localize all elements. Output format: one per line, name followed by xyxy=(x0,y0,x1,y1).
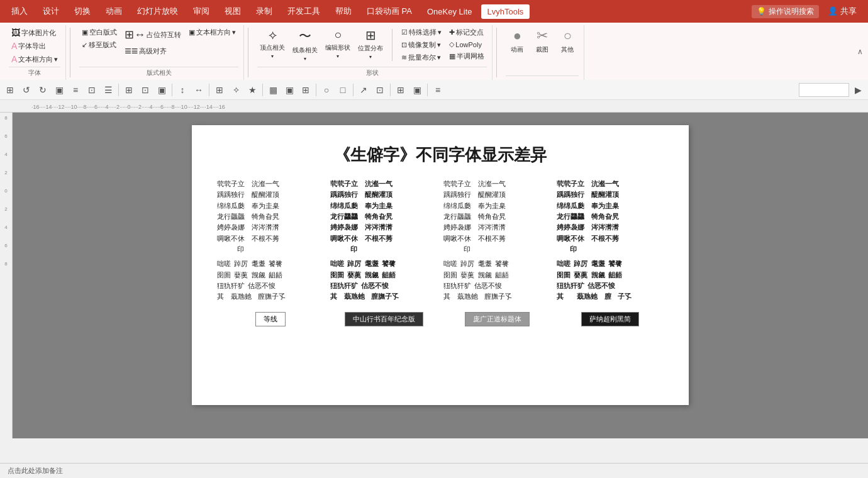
font-col-guangzheng: 茕茕子立 沆瀣一气 踽踽独行 醍醐灌顶 绵绵瓜瓞 奉为圭臬 龙行龘龘 犄角旮旯 … xyxy=(443,179,550,302)
menu-item-onekey[interactable]: OneKey Lite xyxy=(421,4,479,19)
layout-group-label: 版式相关 xyxy=(79,67,238,79)
shape-group-label: 形状 xyxy=(257,67,487,79)
batch-bool-icon: ≋ xyxy=(401,53,407,62)
ribbon-btn-font-image[interactable]: 🖼 字体图片化 xyxy=(9,26,60,39)
ribbon-btn-special-select[interactable]: ☑ 特殊选择 ▾ xyxy=(399,26,444,38)
text-box-dir-icon: ▣ xyxy=(189,28,195,36)
ribbon-group-extra: ● 动画 ✂ 裁图 ○ 其他 xyxy=(501,25,584,80)
ribbon-btn-mirror-copy[interactable]: ⊡ 镜像复制 ▾ xyxy=(399,39,444,51)
menu-item-design[interactable]: 设计 xyxy=(36,3,65,19)
toolbar-btn-12[interactable]: ↔ xyxy=(191,82,206,97)
edit-shape-icon: ○ xyxy=(334,28,342,42)
toolbar-btn-group1[interactable]: ⊞ xyxy=(212,82,227,97)
special-select-icon: ☑ xyxy=(401,28,408,36)
ribbon-btn-edit-shape[interactable]: ○ 编辑形状 ▾ xyxy=(323,26,353,64)
font-label-guangzheng: 庞广正道标题体 xyxy=(443,312,550,326)
ribbon-btn-mark-intersect[interactable]: ✚ 标记交点 xyxy=(447,26,487,38)
menu-item-view[interactable]: 视图 xyxy=(218,3,247,19)
toolbar-btn-24[interactable]: ≡ xyxy=(430,82,445,97)
toolbar-btn-10[interactable]: ▣ xyxy=(154,82,169,97)
font-comparison-grid: 茕茕子立 沆瀣一气 踽踽独行 醍醐灌顶 绵绵瓜瓞 奉为圭臬 龙行龘龘 犄角旮旯 … xyxy=(217,179,664,302)
search-box[interactable]: 💡 操作说明搜索 xyxy=(752,5,819,18)
move-layout-icon: ↙ xyxy=(82,41,87,49)
toolbar-btn-16[interactable]: ▣ xyxy=(282,82,297,97)
font-label-dengxian-box[interactable]: 等线 xyxy=(255,312,286,326)
toolbar-expand-btn[interactable]: ▶ xyxy=(850,82,865,97)
toolbar-btn-20[interactable]: ↗ xyxy=(356,82,371,97)
slide: 《生僻字》不同字体显示差异 茕茕子立 沆瀣一气 踽踽独行 醍醐灌顶 绵绵瓜瓞 奉… xyxy=(192,125,689,405)
toolbar-btn-4[interactable]: ▣ xyxy=(52,82,67,97)
ribbon-area: 🖼 字体图片化 A 字体导出 A 文本框方向 ▾ 字体 xyxy=(0,23,868,80)
ribbon-btn-blank-layout[interactable]: ▣ 空白版式 xyxy=(79,26,120,38)
ribbon-btn-text-dir[interactable]: A 文本框方向 ▾ xyxy=(9,53,60,65)
mark-intersect-icon: ✚ xyxy=(449,28,455,36)
ribbon-btn-other[interactable]: ○ 其他 xyxy=(556,26,579,55)
ribbon-btn-halftone[interactable]: ▦ 半调网格 xyxy=(447,50,487,62)
menu-item-switch[interactable]: 切换 xyxy=(68,3,97,19)
font-label-zhongshan-box[interactable]: 中山行书百年纪念版 xyxy=(345,312,423,326)
font-label-laina-box[interactable]: 萨纳超刚黑简 xyxy=(581,312,639,326)
menu-item-lvyhtools[interactable]: LvyhTools xyxy=(481,4,530,19)
ribbon-collapse-button[interactable]: ∧ xyxy=(855,46,865,57)
menu-item-animation[interactable]: 动画 xyxy=(99,3,128,19)
menu-item-pocket[interactable]: 口袋动画 PA xyxy=(360,3,418,19)
toolbar-btn-15[interactable]: ▦ xyxy=(265,82,281,97)
toolbar-btn-5[interactable]: ≡ xyxy=(68,82,83,97)
horizontal-ruler: ·16····14····12····10····8·····6·····4··… xyxy=(0,100,868,113)
menu-item-review[interactable]: 审阅 xyxy=(187,3,216,19)
position-icon: ⊞ xyxy=(365,28,376,43)
font-col-zhongshan: 茕茕子立 沆瀣一气 踽踽独行 醍醐灌顶 绵绵瓜瓞 奉为圭臬 龙行龘龘 犄角旮旯 … xyxy=(330,179,437,302)
ribbon-btn-text-box-dir[interactable]: ▣ 文本框方向 ▾ xyxy=(186,26,238,38)
menu-item-help[interactable]: 帮助 xyxy=(329,3,358,19)
menu-bar: 插入 设计 切换 动画 幻灯片放映 审阅 视图 录制 开发工具 帮助 口袋动画 … xyxy=(0,0,868,23)
ribbon-btn-line[interactable]: 〜 线条相关 ▾ xyxy=(290,26,320,64)
font-image-icon: 🖼 xyxy=(11,28,20,38)
ribbon-btn-crop[interactable]: ✂ 裁图 xyxy=(531,26,554,55)
ribbon-btn-placeholder-swap[interactable]: ⊞↔ 占位符互转 xyxy=(122,26,184,43)
ribbon-btn-move-layout[interactable]: ↙ 移至版式 xyxy=(79,39,120,51)
menu-item-insert[interactable]: 插入 xyxy=(5,3,34,19)
animation-icon: ● xyxy=(513,28,521,44)
toolbar-btn-2[interactable]: ↺ xyxy=(19,82,34,97)
font-label-guangzheng-box[interactable]: 庞广正道标题体 xyxy=(465,312,530,326)
mirror-copy-icon: ⊡ xyxy=(401,41,407,49)
toolbar-btn-19[interactable]: □ xyxy=(335,82,350,97)
zoom-input[interactable] xyxy=(799,83,849,97)
toolbar-btn-23[interactable]: ▣ xyxy=(409,82,425,97)
toolbar-btn-21[interactable]: ⊡ xyxy=(372,82,387,97)
ribbon-btn-animation[interactable]: ● 动画 xyxy=(506,26,528,55)
toolbar-btn-11[interactable]: ↕ xyxy=(175,82,190,97)
toolbar-btn-3[interactable]: ↻ xyxy=(35,82,50,97)
placeholder-swap-icon: ⊞↔ xyxy=(125,28,145,42)
ribbon-btn-position[interactable]: ⊞ 位置分布 ▾ xyxy=(355,26,386,64)
toolbar-btn-13[interactable]: ⟡ xyxy=(228,82,243,97)
ribbon-group-shape: ⟡ 顶点相关 ▾ 〜 线条相关 ▾ ○ 编辑形状 ▾ xyxy=(252,25,492,80)
vertical-ruler: 8 6 4 2 0 2 4 6 8 xyxy=(0,113,13,438)
ribbon-btn-font-export[interactable]: A 字体导出 xyxy=(9,40,60,52)
toolbar-btn-14[interactable]: ★ xyxy=(245,82,260,97)
menu-item-devtools[interactable]: 开发工具 xyxy=(281,3,326,19)
ribbon-btn-lowpoly[interactable]: ◇ LowPoly xyxy=(447,39,487,50)
toolbar-btn-22[interactable]: ⊞ xyxy=(393,82,408,97)
dropdown-icon7: ▾ xyxy=(438,28,442,36)
toolbar-btn-17[interactable]: ⊞ xyxy=(298,82,313,97)
toolbar-btn-18[interactable]: ○ xyxy=(319,82,334,97)
font-label-laina: 萨纳超刚黑简 xyxy=(557,312,664,326)
toolbar-btn-8[interactable]: ⊞ xyxy=(121,82,136,97)
font-label-dengxian: 等线 xyxy=(217,312,324,326)
ribbon-btn-vertex[interactable]: ⟡ 顶点相关 ▾ xyxy=(257,26,287,64)
ribbon-btn-batch-bool[interactable]: ≋ 批量布尔 ▾ xyxy=(399,52,444,64)
toolbar-btn-1[interactable]: ⊞ xyxy=(3,82,18,97)
ribbon-btn-advanced-align[interactable]: ≡≡ 高级对齐 xyxy=(122,43,184,59)
menu-item-record[interactable]: 录制 xyxy=(250,3,279,19)
menu-item-slideshow[interactable]: 幻灯片放映 xyxy=(131,3,184,19)
share-button[interactable]: 👤 共享 xyxy=(821,3,863,19)
toolbar-btn-7[interactable]: ☰ xyxy=(101,82,116,97)
toolbar-btn-6[interactable]: ⊡ xyxy=(84,82,99,97)
toolbar-btn-9[interactable]: ⊡ xyxy=(138,82,153,97)
line-icon: 〜 xyxy=(299,28,311,45)
font-group-label: 字体 xyxy=(9,67,60,79)
slide-title: 《生僻字》不同字体显示差异 xyxy=(217,144,664,166)
slide-area: 《生僻字》不同字体显示差异 茕茕子立 沆瀣一气 踽踽独行 醍醐灌顶 绵绵瓜瓞 奉… xyxy=(13,113,868,438)
font-label-row: 等线 中山行书百年纪念版 庞广正道标题体 萨纳超刚黑简 xyxy=(217,312,664,326)
